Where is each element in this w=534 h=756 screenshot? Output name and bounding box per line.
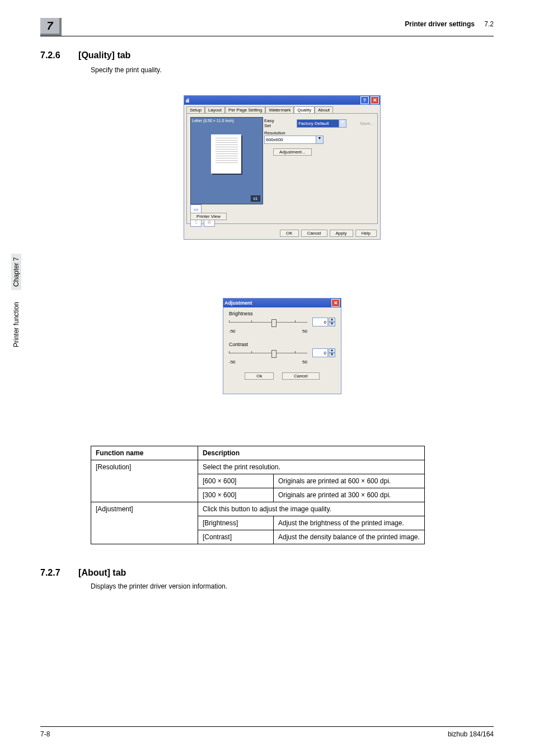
spinner-down-icon[interactable]: ▼ — [329, 322, 335, 326]
row-res-300-key: [300 × 600] — [198, 488, 274, 502]
contrast-min: -50 — [229, 360, 236, 365]
quality-dialog-titlebar: 🖨 ? ✕ — [184, 96, 380, 105]
row-brightness-key: [Brightness] — [198, 516, 274, 530]
tab-quality[interactable]: Quality — [294, 106, 315, 113]
easyset-combo[interactable]: Factory Default ▼ — [297, 119, 346, 128]
tab-watermark[interactable]: Watermark — [265, 106, 294, 113]
adjustment-button[interactable]: Adjustment... — [273, 148, 312, 156]
footer-product: bizhub 184/164 — [448, 730, 494, 738]
header-breadcrumb: Printer driver settings 7.2 — [405, 20, 494, 28]
section-726-heading: 7.2.6 [Quality] tab — [40, 50, 130, 60]
printer-view-button[interactable]: Printer View — [190, 213, 227, 220]
tab-setup[interactable]: Setup — [186, 106, 205, 113]
easyset-value: Factory Default — [298, 121, 329, 126]
easyset-label: Easy Set — [264, 118, 281, 128]
brightness-slider[interactable]: ▲ ▼ — [229, 318, 335, 329]
section-727-number: 7.2.7 — [40, 568, 60, 577]
sidebar-section: Printer function — [12, 302, 20, 347]
section-726-subtitle: Specify the print quality. — [91, 66, 162, 74]
footer-page-number: 7-8 — [40, 730, 50, 738]
adjustment-dialog: Adjustment ✕ Brightness ▲ — [223, 298, 341, 394]
function-table: Function name Description [Resolution] S… — [91, 446, 425, 544]
sidebar-label: Printer function Chapter 7 — [12, 254, 20, 347]
contrast-input[interactable] — [312, 348, 328, 357]
section-727-heading: 7.2.7 [About] tab — [40, 568, 126, 578]
adjustment-title: Adjustment — [224, 300, 252, 306]
brightness-label: Brightness — [229, 311, 335, 316]
section-727-subtitle: Displays the printer driver version info… — [91, 582, 227, 590]
page-preview: Letter (8.50 × 11.0 Inch) x1 — [190, 117, 263, 204]
brightness-max: 50 — [302, 329, 307, 334]
spinner-up-icon[interactable]: ▲ — [329, 348, 335, 353]
section-726-number: 7.2.6 — [40, 50, 60, 60]
contrast-label: Contrast — [229, 342, 335, 347]
tab-layout[interactable]: Layout — [205, 106, 225, 113]
ok-button[interactable]: Ok — [245, 372, 274, 380]
close-icon[interactable]: ✕ — [331, 299, 340, 307]
spinner-down-icon[interactable]: ▼ — [329, 353, 335, 357]
cancel-button[interactable]: Cancel — [282, 372, 320, 380]
header-section-ref: 7.2 — [484, 20, 494, 28]
th-function-name: Function name — [91, 446, 198, 460]
th-description: Description — [198, 446, 425, 460]
preview-scale-label: x1 — [251, 195, 260, 202]
preview-paper-icon — [211, 134, 241, 174]
row-contrast-val: Adjust the density balance of the printe… — [274, 530, 425, 544]
row-brightness-val: Adjust the brightness of the printed ima… — [274, 516, 425, 530]
row-res-600-key: [600 × 600] — [198, 474, 274, 488]
section-726-title: [Quality] tab — [78, 50, 130, 60]
contrast-slider[interactable]: ▲ ▼ — [229, 348, 335, 360]
resolution-combo[interactable]: 600x600 ▼ — [264, 136, 324, 144]
row-res-600-val: Originals are printed at 600 × 600 dpi. — [274, 474, 425, 488]
sidebar-chapter: Chapter 7 — [11, 254, 21, 290]
cancel-button[interactable]: Cancel — [301, 230, 327, 237]
row-res-300-val: Originals are printed at 300 × 600 dpi. — [274, 488, 425, 502]
brightness-min: -50 — [229, 329, 236, 334]
header-rule — [40, 36, 494, 36]
row-contrast-key: [Contrast] — [198, 530, 274, 544]
close-icon[interactable]: ✕ — [371, 96, 379, 104]
ok-button[interactable]: OK — [280, 230, 299, 237]
quality-dialog: 🖨 ? ✕ Setup Layout Per Page Setting Wate… — [184, 95, 381, 240]
quality-tab-body: Letter (8.50 × 11.0 Inch) x1 ▭ ▯ ≣ — [186, 113, 378, 224]
help-icon[interactable]: ? — [360, 96, 369, 104]
chapter-number-tab: 7 — [40, 18, 62, 36]
printer-icon: 🖨 — [185, 98, 190, 103]
spinner-up-icon[interactable]: ▲ — [329, 318, 335, 322]
tab-about[interactable]: About — [315, 106, 333, 113]
help-button[interactable]: Help — [355, 230, 377, 237]
dialog-tabs: Setup Layout Per Page Setting Watermark … — [186, 106, 378, 113]
adjustment-titlebar: Adjustment ✕ — [223, 298, 341, 307]
section-727-title: [About] tab — [78, 568, 126, 577]
row-resolution-name: [Resolution] — [91, 460, 198, 502]
footer-rule — [40, 726, 494, 727]
row-adj-name: [Adjustment] — [91, 502, 198, 544]
brightness-input[interactable] — [312, 318, 328, 326]
preview-paper-label: Letter (8.50 × 11.0 Inch) — [192, 119, 234, 123]
apply-button[interactable]: Apply — [330, 230, 353, 237]
row-resolution-desc: Select the print resolution. — [198, 460, 425, 474]
resolution-label: Resolution — [264, 130, 374, 136]
chevron-down-icon[interactable]: ▼ — [339, 120, 346, 127]
contrast-max: 50 — [302, 360, 307, 365]
header-title: Printer driver settings — [405, 20, 475, 28]
resolution-value: 600x600 — [266, 137, 283, 142]
chevron-down-icon[interactable]: ▼ — [316, 136, 323, 143]
tab-per-page-setting[interactable]: Per Page Setting — [225, 106, 265, 113]
easyset-save-button[interactable]: Save... — [360, 121, 374, 126]
row-adj-desc: Click this button to adjust the image qu… — [198, 502, 425, 516]
